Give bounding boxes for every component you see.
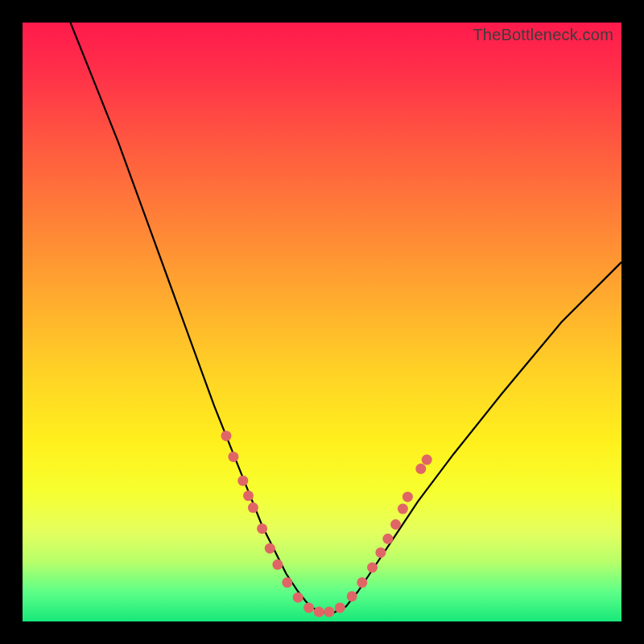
data-point-marker bbox=[402, 492, 413, 502]
data-point-marker bbox=[335, 602, 345, 613]
data-point-marker bbox=[347, 591, 357, 601]
data-point-marker bbox=[415, 464, 426, 474]
data-point-marker bbox=[422, 455, 432, 465]
plot-area: TheBottleneck.com bbox=[23, 23, 621, 621]
bottleneck-curve bbox=[71, 23, 622, 613]
data-point-marker bbox=[382, 534, 393, 544]
data-point-marker bbox=[237, 476, 248, 486]
chart-markers bbox=[221, 431, 432, 617]
data-point-marker bbox=[314, 607, 324, 617]
data-point-marker bbox=[367, 563, 378, 573]
chart-frame: TheBottleneck.com bbox=[0, 0, 644, 644]
data-point-marker bbox=[248, 502, 258, 513]
data-point-marker bbox=[228, 452, 238, 462]
data-point-marker bbox=[243, 490, 254, 501]
data-point-marker bbox=[257, 523, 267, 534]
data-point-marker bbox=[265, 543, 275, 554]
data-point-marker bbox=[398, 504, 408, 514]
data-point-marker bbox=[375, 547, 386, 558]
data-point-marker bbox=[293, 592, 303, 603]
data-point-marker bbox=[282, 577, 292, 588]
chart-svg bbox=[23, 23, 621, 621]
data-point-marker bbox=[303, 602, 314, 613]
data-point-marker bbox=[324, 607, 334, 617]
data-point-marker bbox=[272, 559, 283, 570]
data-point-marker bbox=[221, 431, 232, 441]
data-point-marker bbox=[357, 577, 367, 588]
data-point-marker bbox=[390, 519, 401, 530]
